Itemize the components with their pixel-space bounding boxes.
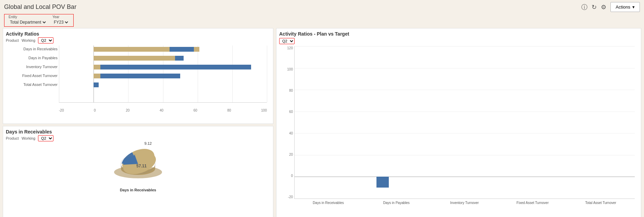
x-label-days-payables: Days in Payables <box>362 200 431 214</box>
x-label-100: 100 <box>261 108 267 112</box>
x-label-80: 80 <box>227 108 231 112</box>
activity-product-label: Product <box>6 38 19 42</box>
refresh-icon[interactable]: ↻ <box>592 3 597 11</box>
left-panel: Activity Ratios Product Working Q1 Q2 Q3… <box>3 28 273 217</box>
pie-svg: 57.11 <box>104 144 172 182</box>
bar-days-payables-tan <box>94 56 184 61</box>
label-inventory-turnover: Inventory Turnover <box>7 65 58 69</box>
svg-text:57.11: 57.11 <box>136 164 147 168</box>
pie-product-label: Product <box>6 136 19 140</box>
chart-area: Days in Receivables Days in Payables Inv… <box>59 46 267 103</box>
x-label-fixed-asset: Fixed Asset Turnover <box>498 200 567 214</box>
activity-ratios-section: Activity Ratios Product Working Q1 Q2 Q3… <box>3 28 273 124</box>
actions-button[interactable]: Actions ▾ <box>610 2 640 12</box>
y-label-neg20: -20 <box>288 195 293 199</box>
page-container: Global and Local POV Bar ⓘ ↻ ⚙ Actions ▾… <box>0 0 644 217</box>
plan-target-title: Activity Ratios - Plan vs Target <box>279 31 638 37</box>
right-panel: Activity Ratios - Plan vs Target Q1 Q2 Q… <box>276 28 641 217</box>
y-label-80: 80 <box>289 89 293 92</box>
actions-chevron-icon: ▾ <box>632 4 635 10</box>
header: Global and Local POV Bar ⓘ ↻ ⚙ Actions ▾ <box>0 0 644 14</box>
bar-days-receivables-blue <box>170 47 194 52</box>
pie-value1-label: 9.12 <box>145 141 152 145</box>
days-receivables-section: Days in Receivables Product Working Q1 Q… <box>3 126 273 217</box>
x-label-days-receivables: Days in Receivables <box>294 200 362 214</box>
bar-fixed-blue <box>100 74 180 78</box>
pie-container: 9.12 <box>6 144 270 192</box>
bar-total-blue <box>94 82 99 87</box>
y-label-60: 60 <box>289 110 293 114</box>
pie-chart-wrapper: 9.12 <box>104 144 172 185</box>
activity-ratios-subtitle: Product Working Q1 Q2 Q3 Q4 <box>6 37 270 43</box>
entity-filter: Entity Total Department <box>9 15 47 25</box>
bar-dp-blue-neg <box>376 177 389 188</box>
x-axis-group-labels: Days in Receivables Days in Payables Inv… <box>294 200 635 214</box>
header-actions: ⓘ ↻ ⚙ Actions ▾ <box>581 2 640 12</box>
x-label-inventory: Inventory Turnover <box>431 200 499 214</box>
days-receivables-title: Days in Receivables <box>6 129 270 135</box>
y-label-120: 120 <box>287 46 293 50</box>
y-axis: 120 100 80 60 40 20 0 -20 <box>279 46 293 199</box>
bar-inventory-blue <box>100 65 251 69</box>
label-days-receivables: Days in Receivables <box>7 47 58 51</box>
activity-working-label: Working <box>22 38 35 42</box>
pie-chart-label: Days in Receivables <box>120 188 156 192</box>
y-label-100: 100 <box>287 67 293 71</box>
main-layout: Activity Ratios Product Working Q1 Q2 Q3… <box>0 28 644 217</box>
chart-area-right <box>294 46 635 199</box>
y-label-0: 0 <box>291 174 293 178</box>
year-select[interactable]: FY21 FY22 FY23 FY24 <box>52 20 69 25</box>
entity-label: Entity <box>9 15 47 19</box>
info-icon[interactable]: ⓘ <box>581 3 587 11</box>
days-receivables-subtitle: Product Working Q1 Q2 Q3 Q4 <box>6 135 270 141</box>
y-label-40: 40 <box>289 131 293 135</box>
y-label-20: 20 <box>289 153 293 156</box>
x-label-20: 20 <box>126 108 129 112</box>
pie-quarter-select[interactable]: Q1 Q2 Q3 Q4 <box>38 135 53 141</box>
grid-80 <box>295 90 635 90</box>
activity-quarter-select[interactable]: Q1 Q2 Q3 Q4 <box>38 37 53 43</box>
bar-inventory-tan <box>94 65 100 69</box>
label-total-asset: Total Asset Turnover <box>7 82 58 87</box>
page-title: Global and Local POV Bar <box>4 3 76 11</box>
filter-bar: Entity Total Department Year FY21 FY22 F… <box>4 14 74 27</box>
grid-100 <box>267 46 267 102</box>
year-filter: Year FY21 FY22 FY23 FY24 <box>52 15 69 25</box>
plan-subtitle: Q1 Q2 Q3 Q4 <box>279 38 638 44</box>
label-fixed-asset: Fixed Asset Turnover <box>7 74 58 78</box>
actions-label: Actions <box>616 4 630 10</box>
grid-60 <box>295 112 635 112</box>
grouped-bar-chart: 120 100 80 60 40 20 0 -20 <box>279 46 638 214</box>
grid-100 <box>295 68 635 68</box>
activity-ratios-title: Activity Ratios <box>6 31 270 37</box>
x-label-total-asset: Total Asset Turnover <box>567 200 635 214</box>
grid-20 <box>295 155 635 155</box>
x-label-0: 0 <box>94 108 96 112</box>
grid-80 <box>232 46 233 102</box>
x-label-40: 40 <box>160 108 163 112</box>
pie-working-label: Working <box>22 136 35 140</box>
grid-120 <box>295 46 635 47</box>
grid-60 <box>198 46 198 102</box>
year-label: Year <box>52 15 69 19</box>
activity-bar-chart: Days in Receivables Days in Payables Inv… <box>6 46 270 112</box>
bar-fixed-tan <box>94 74 100 78</box>
grid-40 <box>295 133 635 133</box>
grid-zero <box>295 177 635 177</box>
label-days-payables: Days in Payables <box>7 56 58 60</box>
x-axis-labels: -20 0 20 40 60 80 100 <box>6 108 267 112</box>
entity-select[interactable]: Total Department <box>9 20 47 25</box>
x-label-60: 60 <box>194 108 197 112</box>
plan-quarter-select[interactable]: Q1 Q2 Q3 Q4 <box>279 38 295 44</box>
grid-neg20 <box>59 46 59 102</box>
x-label-neg20: -20 <box>59 108 64 112</box>
settings-icon[interactable]: ⚙ <box>601 3 606 11</box>
bar-days-payables-blue <box>175 56 184 61</box>
